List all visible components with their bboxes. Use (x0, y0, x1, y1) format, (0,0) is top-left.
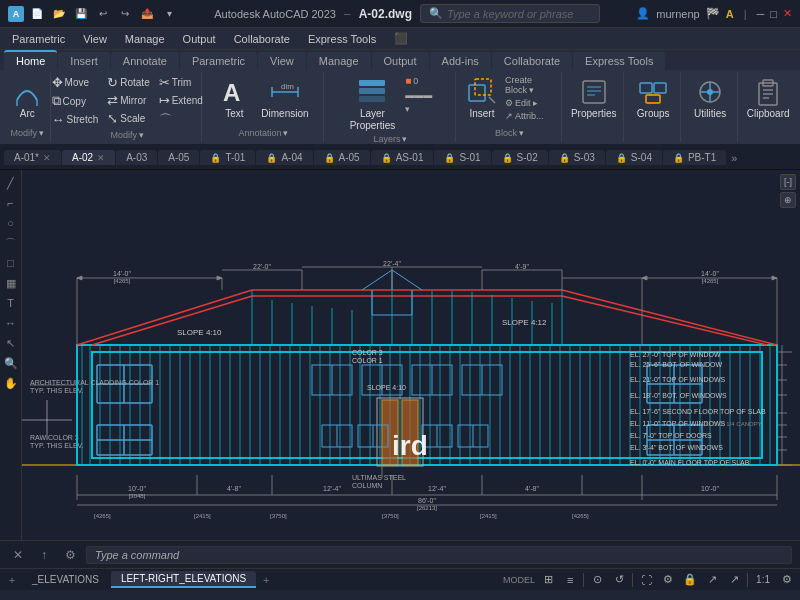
groups-btn[interactable]: Groups (633, 74, 674, 122)
arc-btn[interactable]: Arc (7, 74, 47, 122)
select-btn[interactable]: ↖ (2, 334, 20, 352)
tab-annotate[interactable]: Annotate (111, 52, 179, 70)
zoom-btn[interactable]: 🔍 (2, 354, 20, 372)
layout-tab-left-right[interactable]: LEFT-RIGHT_ELEVATIONS (111, 571, 256, 588)
tab-parametric[interactable]: Parametric (180, 52, 257, 70)
maximize-btn[interactable]: □ (770, 8, 777, 20)
draw-arc-btn[interactable]: ⌒ (2, 234, 20, 252)
draw-circle-btn[interactable]: ○ (2, 214, 20, 232)
close-btn[interactable]: ✕ (783, 7, 792, 20)
settings-btn[interactable]: ⚙ (778, 571, 796, 589)
command-input[interactable]: Type a command (86, 546, 792, 564)
list-view-btn[interactable]: ≡ (561, 571, 579, 589)
fullscreen-btn[interactable]: ⛶ (637, 571, 655, 589)
doc-tab-s04[interactable]: 🔒S-04 (606, 150, 662, 165)
doc-tab-a05-1[interactable]: A-05 (158, 150, 199, 165)
doc-tab-s01[interactable]: 🔒S-01 (434, 150, 490, 165)
draw-text-btn[interactable]: T (2, 294, 20, 312)
layer-list[interactable]: ▬▬▬ (402, 89, 435, 101)
doc-tab-a04[interactable]: 🔒A-04 (256, 150, 312, 165)
tab-view[interactable]: View (258, 52, 306, 70)
redo-btn[interactable]: ↪ (116, 5, 134, 23)
orbit-btn[interactable]: ↺ (610, 571, 628, 589)
doc-tab-a02[interactable]: A-02 ✕ (62, 150, 115, 165)
close-a01[interactable]: ✕ (43, 153, 51, 163)
menu-more[interactable]: ⬛ (386, 30, 416, 47)
doc-tab-t01[interactable]: 🔒T-01 (200, 150, 255, 165)
new-btn[interactable]: 📄 (28, 5, 46, 23)
dropdown-btn[interactable]: ▾ (160, 5, 178, 23)
tab-collaborate[interactable]: Collaborate (492, 52, 572, 70)
new-layout-btn[interactable]: + (4, 572, 20, 588)
layout-tab-elevations[interactable]: _ELEVATIONS (22, 572, 109, 587)
draw-rect-btn[interactable]: □ (2, 254, 20, 272)
doc-tab-pbt1[interactable]: 🔒PB-T1 (663, 150, 726, 165)
draw-polyline-btn[interactable]: ⌐ (2, 194, 20, 212)
trim-btn[interactable]: ✂ Trim (156, 74, 206, 91)
tab-manage[interactable]: Manage (307, 52, 371, 70)
mirror-btn[interactable]: ⇄ Mirror (104, 92, 152, 109)
more-tabs-btn[interactable]: » (727, 150, 741, 166)
menu-view[interactable]: View (75, 31, 115, 47)
cmd-up-btn[interactable]: ↑ (34, 545, 54, 565)
dim-btn[interactable]: ↔ (2, 314, 20, 332)
search-input[interactable]: 🔍 Type a keyword or phrase (420, 4, 600, 23)
drawing-area[interactable]: SLOPE 4:10 SLOPE 4:12 (22, 170, 800, 540)
layer-properties-btn[interactable]: LayerProperties (346, 74, 400, 134)
svg-text:4'-8": 4'-8" (227, 485, 241, 492)
tab-output[interactable]: Output (372, 52, 429, 70)
layer-color-1[interactable]: ■0 (402, 74, 435, 87)
stretch-btn[interactable]: ↔ Stretch (49, 111, 102, 128)
undo-btn[interactable]: ↩ (94, 5, 112, 23)
menu-express-tools[interactable]: Express Tools (300, 31, 384, 47)
tab-addins[interactable]: Add-ins (430, 52, 491, 70)
save-btn[interactable]: 💾 (72, 5, 90, 23)
arrow-2[interactable]: ↗ (725, 571, 743, 589)
menu-collaborate[interactable]: Collaborate (226, 31, 298, 47)
insert-btn[interactable]: Insert (464, 74, 500, 122)
lock-btn[interactable]: 🔒 (681, 571, 699, 589)
doc-tab-a03[interactable]: A-03 (116, 150, 157, 165)
tab-home[interactable]: Home (4, 50, 57, 70)
scale-btn[interactable]: ⤡ Scale (104, 110, 152, 127)
pan-btn[interactable]: ✋ (2, 374, 20, 392)
doc-tab-s03[interactable]: 🔒S-03 (549, 150, 605, 165)
utilities-btn[interactable]: Utilities (690, 74, 730, 122)
menu-parametric[interactable]: Parametric (4, 31, 73, 47)
custom-ui-btn[interactable]: ⚙ (659, 571, 677, 589)
viewport-menu-btn[interactable]: [-] (780, 174, 796, 190)
clipboard-btn[interactable]: Clipboard (743, 74, 794, 122)
cmd-settings-btn[interactable]: ⚙ (60, 545, 80, 565)
doc-tab-s02[interactable]: 🔒S-02 (492, 150, 548, 165)
fillet-btn[interactable]: ⌒ (156, 110, 206, 130)
share-btn[interactable]: 📤 (138, 5, 156, 23)
doc-tab-a05-2[interactable]: 🔒A-05 (314, 150, 370, 165)
text-btn[interactable]: A Text (214, 74, 254, 122)
add-layout-btn[interactable]: + (258, 572, 274, 588)
grid-view-btn[interactable]: ⊞ (539, 571, 557, 589)
open-btn[interactable]: 📂 (50, 5, 68, 23)
copy-btn[interactable]: ⧉ Copy (49, 92, 102, 110)
cad-svg: SLOPE 4:10 SLOPE 4:12 (22, 170, 800, 540)
properties-btn[interactable]: Properties (567, 74, 621, 122)
draw-line-btn[interactable]: ╱ (2, 174, 20, 192)
hatch-btn[interactable]: ▦ (2, 274, 20, 292)
extend-btn[interactable]: ↦ Extend (156, 92, 206, 109)
menu-manage[interactable]: Manage (117, 31, 173, 47)
dimension-btn[interactable]: dim Dimension (257, 74, 312, 122)
menu-output[interactable]: Output (175, 31, 224, 47)
layer-dropdown[interactable]: ▾ (402, 103, 435, 115)
help-icon[interactable]: A (726, 8, 734, 20)
viewport-view-btn[interactable]: ⊕ (780, 192, 796, 208)
doc-tab-as01[interactable]: 🔒AS-01 (371, 150, 434, 165)
rotate-btn[interactable]: ↻ Rotate (104, 74, 152, 91)
doc-tab-a01[interactable]: A-01* ✕ (4, 150, 61, 165)
close-a02[interactable]: ✕ (97, 153, 105, 163)
tab-insert[interactable]: Insert (58, 52, 110, 70)
minimize-btn[interactable]: ─ (757, 8, 765, 20)
move-btn[interactable]: ✥ Move (49, 74, 102, 91)
tab-express[interactable]: Express Tools (573, 52, 665, 70)
cmd-close-btn[interactable]: ✕ (8, 545, 28, 565)
nav-wheel-btn[interactable]: ⊙ (588, 571, 606, 589)
arrow-1[interactable]: ↗ (703, 571, 721, 589)
